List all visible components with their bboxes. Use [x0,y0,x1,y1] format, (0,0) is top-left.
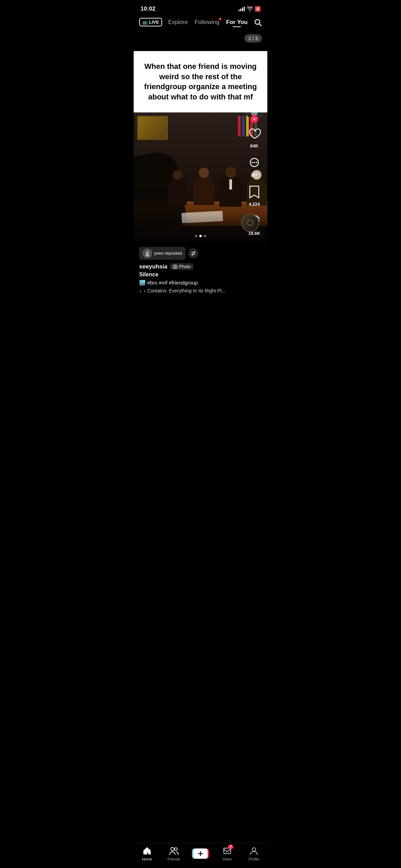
wifi-icon [247,7,253,11]
svg-point-6 [254,162,255,163]
heart-icon [246,125,263,142]
svg-point-11 [174,266,176,268]
svg-point-3 [251,112,258,115]
music-disc [241,214,259,232]
follow-button[interactable]: + [251,115,258,123]
creator-avatar[interactable]: + [245,112,263,119]
dot-3 [204,235,206,237]
status-bar: 10:02 8 [134,0,267,15]
comment-count: 287 [251,172,258,178]
foryou-tab[interactable]: For You [226,19,248,26]
battery-icon: 8 [255,6,260,12]
svg-line-1 [259,24,261,26]
music-icon: ♪ [139,288,142,293]
status-icons: 8 [239,6,260,12]
meme-text-area: When that one friend is moving weird so … [134,51,267,112]
meme-text: When that one friend is moving weird so … [142,61,259,102]
like-count: 64K [250,143,258,148]
svg-point-5 [252,162,253,163]
music-text: ♪ Contains: Everything In Its Right Pl..… [144,288,226,293]
dot-2 [199,235,202,237]
repost-avatar [143,249,152,258]
bookmark-button[interactable]: 4,224 [246,184,263,207]
svg-point-8 [146,251,149,254]
bookmark-count: 4,224 [249,202,260,207]
following-dot [219,18,221,20]
painting [137,116,168,140]
following-tab[interactable]: Following [195,19,219,26]
comment-icon [246,155,263,171]
slide-dots [195,235,206,237]
right-actions: + 64K [245,112,263,236]
creator-name[interactable]: seeyuhsia [139,263,167,270]
figure-1 [168,178,187,205]
dot-1 [195,235,197,237]
tv-icon: 📺 [142,20,148,25]
repost-icon[interactable] [188,248,198,258]
status-time: 10:02 [141,5,155,12]
hashtags[interactable]: 🏙️ #bro #mf #friendgroup [139,280,262,286]
svg-point-7 [256,162,257,163]
figure-2 [194,176,214,205]
comment-button[interactable]: 287 [246,155,263,178]
caption: Silence [139,272,262,278]
photo-badge: Photo [170,263,193,270]
video-area[interactable]: + 64K [134,112,267,243]
search-button[interactable] [254,18,262,26]
music-row[interactable]: ♪ ♪ Contains: Everything In Its Right Pl… [139,288,262,293]
like-button[interactable]: 64K [246,125,263,148]
repost-label: yves reposted [139,247,185,260]
nav-tabs: Explore Following For You [168,19,247,26]
info-area: yves reposted seeyuhsia Photo Silence [134,243,267,296]
creator-row: seeyuhsia Photo [139,263,262,270]
explore-tab[interactable]: Explore [168,19,188,26]
repost-row: yves reposted [139,247,262,260]
live-button[interactable]: 📺 LIVE [139,18,162,26]
bookmark-icon [246,184,263,200]
svg-point-9 [145,254,149,256]
content-area: When that one friend is moving weird so … [134,31,267,296]
figure-obama [219,176,242,207]
nav-bar: 📺 LIVE Explore Following For You [134,15,267,31]
signal-icon [239,7,245,11]
page-counter: 2 / 3 [244,34,262,43]
